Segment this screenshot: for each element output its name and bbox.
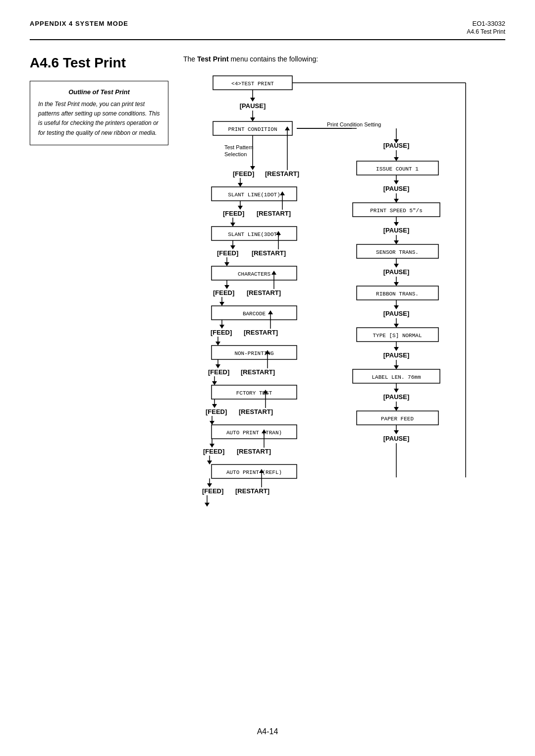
outline-body: In the Test Print mode, you can print te… <box>38 100 160 138</box>
svg-text:Print Condition Setting: Print Condition Setting <box>327 121 381 127</box>
svg-text:BARCODE: BARCODE <box>243 311 266 317</box>
svg-marker-147 <box>394 407 399 411</box>
intro-text: The Test Print menu contains the followi… <box>183 55 505 63</box>
svg-text:[RESTART]: [RESTART] <box>257 210 291 217</box>
svg-marker-69 <box>212 381 217 385</box>
svg-marker-13 <box>250 166 255 170</box>
svg-text:[RESTART]: [RESTART] <box>244 329 278 336</box>
doc-number: EO1-33032 <box>467 20 505 27</box>
footer: A4-14 <box>30 727 505 736</box>
svg-text:[PAUSE]: [PAUSE] <box>383 227 409 234</box>
svg-marker-130 <box>394 305 399 309</box>
svg-text:[PAUSE]: [PAUSE] <box>240 102 266 110</box>
svg-text:[RESTART]: [RESTART] <box>247 289 281 296</box>
svg-text:[RESTART]: [RESTART] <box>252 249 286 257</box>
svg-text:[PAUSE]: [PAUSE] <box>383 393 409 401</box>
svg-text:PRINT CONDITION: PRINT CONDITION <box>228 126 277 132</box>
svg-marker-140 <box>394 365 399 369</box>
svg-marker-19 <box>238 183 243 187</box>
page-header: APPENDIX 4 SYSTEM MODE EO1-33032 A4.6 Te… <box>30 20 505 40</box>
svg-text:SLANT LINE(1DOT): SLANT LINE(1DOT) <box>228 192 280 198</box>
intro-suffix: menu contains the following: <box>229 55 319 63</box>
svg-text:CHARACTERS: CHARACTERS <box>238 271 270 277</box>
svg-marker-116 <box>394 222 399 226</box>
svg-text:[PAUSE]: [PAUSE] <box>383 310 409 317</box>
right-column: The Test Print menu contains the followi… <box>183 55 505 517</box>
intro-prefix: The <box>183 55 197 63</box>
svg-text:RIBBON TRANS.: RIBBON TRANS. <box>376 291 419 297</box>
svg-marker-3 <box>250 98 255 102</box>
svg-text:AUTO PRINT (REFL): AUTO PRINT (REFL) <box>226 469 282 475</box>
svg-marker-112 <box>394 199 399 203</box>
svg-text:[FEED]: [FEED] <box>233 170 254 177</box>
svg-marker-63 <box>215 364 220 368</box>
appendix-label: APPENDIX 4 SYSTEM MODE <box>30 20 128 27</box>
page-number: A4-14 <box>257 727 278 736</box>
svg-marker-33 <box>230 245 235 249</box>
svg-text:[PAUSE]: [PAUSE] <box>383 268 409 276</box>
page: APPENDIX 4 SYSTEM MODE EO1-33032 A4.6 Te… <box>0 0 535 756</box>
svg-marker-99 <box>205 503 210 507</box>
svg-text:[RESTART]: [RESTART] <box>265 170 299 177</box>
svg-text:[PAUSE]: [PAUSE] <box>383 351 409 359</box>
svg-text:SLANT LINE(3DOT): SLANT LINE(3DOT) <box>228 232 280 237</box>
svg-marker-123 <box>394 264 399 268</box>
svg-text:[RESTART]: [RESTART] <box>237 448 271 455</box>
section-reference: A4.6 Test Print <box>467 28 505 35</box>
svg-marker-53 <box>219 325 224 329</box>
svg-text:TYPE [S] NORMAL: TYPE [S] NORMAL <box>373 333 422 339</box>
svg-text:Test Pattern: Test Pattern <box>224 144 254 150</box>
svg-marker-109 <box>394 180 399 184</box>
svg-marker-133 <box>394 324 399 328</box>
svg-marker-29 <box>230 223 235 227</box>
svg-text:[FEED]: [FEED] <box>213 289 234 296</box>
svg-text:PRINT SPEED 5"/s: PRINT SPEED 5"/s <box>370 208 423 214</box>
flowchart-diagram: <4>TEST PRINT [PAUSE] PRINT CONDITION Pr… <box>183 71 490 517</box>
svg-marker-79 <box>210 421 214 425</box>
main-content: A4.6 Test Print Outline of Test Print In… <box>30 55 505 517</box>
left-column: A4.6 Test Print Outline of Test Print In… <box>30 55 168 517</box>
svg-text:[PAUSE]: [PAUSE] <box>383 185 409 192</box>
svg-text:[FEED]: [FEED] <box>211 329 232 336</box>
svg-marker-89 <box>207 461 212 465</box>
svg-marker-83 <box>210 444 214 448</box>
svg-marker-126 <box>394 282 399 286</box>
svg-marker-119 <box>394 240 399 244</box>
svg-text:[RESTART]: [RESTART] <box>239 408 273 415</box>
svg-marker-43 <box>224 285 229 289</box>
svg-text:<4>TEST PRINT: <4>TEST PRINT <box>231 81 274 87</box>
svg-marker-93 <box>207 483 212 487</box>
outline-box: Outline of Test Print In the Test Print … <box>30 81 168 145</box>
svg-text:AUTO PRINT (TRAN): AUTO PRINT (TRAN) <box>226 430 282 436</box>
svg-text:[RESTART]: [RESTART] <box>241 368 275 376</box>
svg-text:Selection: Selection <box>224 151 247 157</box>
svg-marker-137 <box>394 347 399 351</box>
svg-text:LABEL LEN.  76mm: LABEL LEN. 76mm <box>372 374 421 380</box>
svg-text:[FEED]: [FEED] <box>203 448 224 455</box>
svg-text:[FEED]: [FEED] <box>223 210 244 217</box>
svg-text:PAPER FEED: PAPER FEED <box>381 416 414 422</box>
section-title: A4.6 Test Print <box>30 55 168 71</box>
doc-reference: EO1-33032 A4.6 Test Print <box>467 20 505 35</box>
svg-marker-73 <box>212 404 217 408</box>
svg-text:[RESTART]: [RESTART] <box>235 487 269 495</box>
svg-text:[FEED]: [FEED] <box>202 487 223 495</box>
outline-title: Outline of Test Print <box>38 88 160 96</box>
svg-text:[FEED]: [FEED] <box>217 249 238 257</box>
svg-marker-59 <box>215 342 220 346</box>
svg-marker-49 <box>219 302 224 306</box>
intro-bold: Test Print <box>197 55 229 63</box>
svg-marker-151 <box>394 430 399 434</box>
svg-marker-144 <box>394 389 399 393</box>
svg-marker-23 <box>238 206 243 210</box>
svg-marker-39 <box>224 262 229 266</box>
svg-text:SENSOR TRANS.: SENSOR TRANS. <box>376 249 419 255</box>
svg-text:[FEED]: [FEED] <box>208 368 229 376</box>
svg-marker-6 <box>250 117 255 121</box>
svg-text:[FEED]: [FEED] <box>206 408 227 415</box>
svg-text:[PAUSE]: [PAUSE] <box>383 435 409 442</box>
svg-text:ISSUE COUNT 1: ISSUE COUNT 1 <box>376 166 419 172</box>
svg-marker-105 <box>394 157 399 161</box>
